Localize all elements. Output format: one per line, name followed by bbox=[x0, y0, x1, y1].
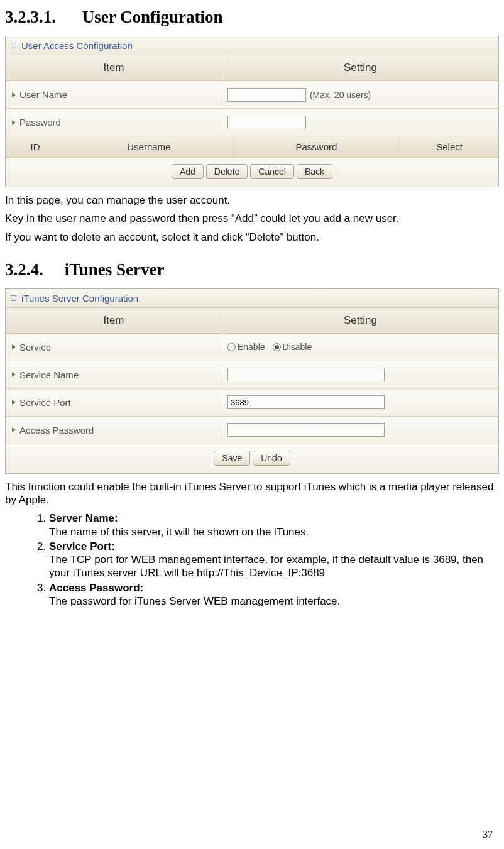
label-service-port: Service Port bbox=[19, 397, 71, 408]
row-password: Password bbox=[6, 109, 498, 136]
header-setting: Setting bbox=[222, 55, 498, 80]
save-button[interactable]: Save bbox=[214, 451, 250, 466]
service-name-input[interactable] bbox=[227, 368, 385, 381]
th-password: Password bbox=[233, 136, 400, 157]
paragraph: If you want to delete an account, select… bbox=[5, 231, 499, 244]
row-service: Service Enable Disable bbox=[6, 334, 498, 361]
caret-icon bbox=[12, 372, 16, 377]
column-headers: Item Setting bbox=[6, 308, 498, 334]
list-item: Access Password: The password for iTunes… bbox=[49, 581, 499, 608]
caret-icon bbox=[12, 344, 16, 349]
username-hint: (Max. 20 users) bbox=[310, 90, 371, 100]
section-title: iTunes Server bbox=[65, 260, 165, 279]
section-heading-itunes: 3.2.4. iTunes Server bbox=[5, 260, 499, 280]
column-headers: Item Setting bbox=[6, 55, 498, 81]
list-item: Service Port: The TCP port for WEB manag… bbox=[49, 540, 499, 580]
caret-icon bbox=[12, 427, 16, 432]
header-setting: Setting bbox=[222, 308, 498, 333]
panel-title-row: iTunes Server Configuration bbox=[6, 289, 498, 308]
header-item: Item bbox=[6, 55, 222, 80]
item-body: The TCP port for WEB management interfac… bbox=[49, 553, 499, 580]
item-body: The name of this server, it will be show… bbox=[49, 525, 499, 539]
caret-icon bbox=[12, 400, 16, 405]
button-row: Save Undo bbox=[6, 444, 498, 473]
th-id: ID bbox=[6, 136, 65, 157]
user-access-config-panel: User Access Configuration Item Setting U… bbox=[5, 36, 499, 187]
back-button[interactable]: Back bbox=[297, 164, 332, 179]
panel-title-text: iTunes Server Configuration bbox=[21, 293, 138, 304]
row-service-name: Service Name bbox=[6, 361, 498, 389]
radio-label-disable: Disable bbox=[283, 342, 312, 352]
caret-icon bbox=[12, 120, 16, 125]
list-item: Server Name: The name of this server, it… bbox=[49, 512, 499, 539]
item-label: Server Name: bbox=[49, 512, 118, 524]
section-title: User Configuration bbox=[82, 8, 223, 26]
section-heading-user-config: 3.2.3.1. User Configuration bbox=[5, 8, 499, 27]
row-access-password: Access Password bbox=[6, 417, 498, 444]
radio-label-enable: Enable bbox=[238, 342, 265, 352]
square-icon bbox=[11, 295, 16, 301]
service-disable-radio[interactable]: Disable bbox=[273, 342, 312, 352]
section-number: 3.2.3.1. bbox=[5, 8, 78, 27]
undo-button[interactable]: Undo bbox=[253, 451, 290, 466]
row-service-port: Service Port bbox=[6, 389, 498, 417]
section-number: 3.2.4. bbox=[5, 260, 60, 280]
access-password-input[interactable] bbox=[227, 423, 385, 437]
service-port-input[interactable] bbox=[227, 395, 385, 409]
th-username: Username bbox=[65, 136, 233, 157]
service-enable-radio[interactable]: Enable bbox=[227, 342, 265, 352]
panel-title-text: User Access Configuration bbox=[21, 40, 133, 51]
description-list: Server Name: The name of this server, it… bbox=[5, 512, 499, 608]
paragraph: In this page, you can manage the user ac… bbox=[5, 194, 499, 207]
square-icon bbox=[11, 43, 16, 48]
paragraph: Key in the user name and password then p… bbox=[5, 212, 499, 225]
button-row: Add Delete Cancel Back bbox=[6, 158, 498, 187]
password-input[interactable] bbox=[227, 116, 306, 129]
cancel-button[interactable]: Cancel bbox=[250, 164, 294, 179]
label-password: Password bbox=[19, 117, 61, 128]
delete-button[interactable]: Delete bbox=[206, 164, 248, 179]
label-access-password: Access Password bbox=[19, 425, 94, 435]
user-table-headers: ID Username Password Select bbox=[6, 136, 498, 158]
label-service: Service bbox=[19, 342, 51, 353]
caret-icon bbox=[12, 92, 16, 97]
add-button[interactable]: Add bbox=[172, 164, 204, 179]
label-service-name: Service Name bbox=[19, 370, 79, 380]
itunes-server-panel: iTunes Server Configuration Item Setting… bbox=[5, 288, 499, 474]
header-item: Item bbox=[6, 308, 222, 333]
label-username: User Name bbox=[19, 89, 67, 100]
item-label: Service Port: bbox=[49, 540, 115, 552]
row-username: User Name (Max. 20 users) bbox=[6, 81, 498, 109]
item-body: The password for iTunes Server WEB manag… bbox=[49, 594, 499, 608]
username-input[interactable] bbox=[227, 88, 306, 102]
th-select: Select bbox=[400, 136, 498, 157]
panel-title-row: User Access Configuration bbox=[6, 36, 498, 55]
item-label: Access Password: bbox=[49, 582, 143, 594]
paragraph: This function could enable the built-in … bbox=[5, 480, 499, 507]
